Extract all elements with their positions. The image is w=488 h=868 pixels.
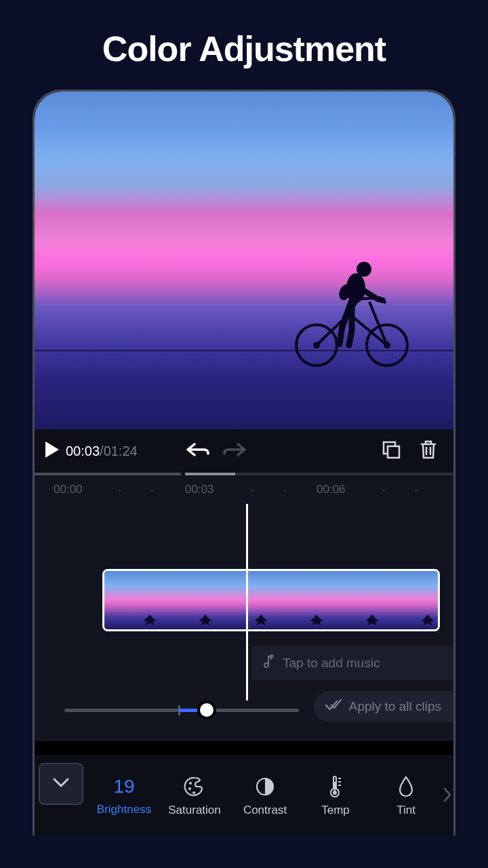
clip-thumbnail	[327, 571, 382, 629]
svg-rect-8	[388, 446, 399, 458]
adjust-label: Temp	[321, 804, 350, 817]
adjust-label: Tint	[396, 804, 415, 817]
checkmark-icon	[325, 699, 342, 715]
ruler-mark: 00:00	[54, 483, 83, 496]
video-preview[interactable]	[35, 92, 453, 429]
palette-icon	[184, 775, 205, 798]
brightness-value: 19	[113, 776, 134, 797]
add-music-button[interactable]: Tap to add music	[251, 646, 453, 680]
ruler-mark: 00:03	[185, 483, 214, 496]
page-title: Color Adjustment	[0, 0, 488, 90]
ruler-mark: 00:06	[317, 483, 346, 496]
apply-all-button[interactable]: Apply to all clips	[314, 691, 453, 722]
ruler-tick: ·	[250, 480, 255, 499]
chevron-down-icon	[52, 777, 70, 791]
video-clip[interactable]	[102, 569, 440, 631]
clip-thumbnail	[382, 571, 438, 629]
adjust-contrast[interactable]: Contrast	[230, 756, 300, 835]
adjust-label: Brightness	[97, 803, 151, 816]
transport-bar: 00:03/01:24	[35, 429, 453, 473]
collapse-button[interactable]	[39, 763, 83, 805]
svg-point-5	[357, 262, 371, 277]
adjust-brightness[interactable]: 19 Brightness	[89, 756, 159, 835]
adjust-tint[interactable]: Tint	[371, 756, 441, 835]
contrast-icon	[255, 775, 275, 798]
svg-point-11	[192, 791, 195, 794]
thermometer-icon	[327, 775, 344, 798]
undo-icon[interactable]	[186, 441, 209, 460]
brightness-slider[interactable]	[64, 699, 299, 721]
svg-point-10	[188, 787, 191, 790]
current-time: 00:03	[66, 443, 100, 458]
time-ruler[interactable]: 00:00 · · 00:03 · · 00:06 · ·	[35, 475, 453, 504]
apply-all-label: Apply to all clips	[349, 699, 441, 714]
timecode: 00:03/01:24	[66, 443, 138, 459]
slider-thumb[interactable]	[197, 701, 216, 719]
playhead[interactable]	[246, 504, 248, 701]
total-time: 01:24	[104, 443, 138, 458]
adjust-label: Saturation	[168, 804, 221, 817]
ruler-tick: ·	[150, 480, 155, 499]
ruler-tick: ·	[283, 480, 287, 499]
clip-thumbnail	[271, 571, 327, 629]
adjust-saturation[interactable]: Saturation	[159, 756, 230, 835]
more-adjustments[interactable]	[441, 756, 453, 835]
clip-thumbnail	[160, 571, 216, 629]
svg-point-9	[189, 782, 192, 785]
trash-icon[interactable]	[420, 439, 437, 462]
clip-thumbnail	[216, 571, 271, 629]
phone-frame: 00:03/01:24 00:00 · · 00:03 · · 00:06 · …	[33, 90, 455, 835]
copy-icon[interactable]	[382, 440, 401, 462]
adjust-label: Contrast	[243, 804, 287, 817]
ruler-tick: ·	[382, 480, 386, 499]
adjust-temp[interactable]: Temp	[300, 756, 371, 835]
clip-thumbnail	[104, 571, 160, 629]
chevron-right-icon	[443, 787, 451, 805]
redo-icon[interactable]	[223, 441, 246, 460]
ruler-tick: ·	[117, 480, 122, 499]
cyclist-silhouette	[291, 258, 413, 370]
play-icon[interactable]	[44, 440, 60, 462]
ruler-tick: ·	[414, 480, 419, 499]
timeline-area[interactable]: Tap to add music Apply to all clips	[35, 504, 453, 741]
music-note-icon	[261, 654, 276, 673]
adjustment-toolbar: 19 Brightness Saturation Contrast Temp	[35, 755, 453, 835]
music-prompt-label: Tap to add music	[283, 656, 380, 671]
droplet-icon	[397, 775, 415, 798]
